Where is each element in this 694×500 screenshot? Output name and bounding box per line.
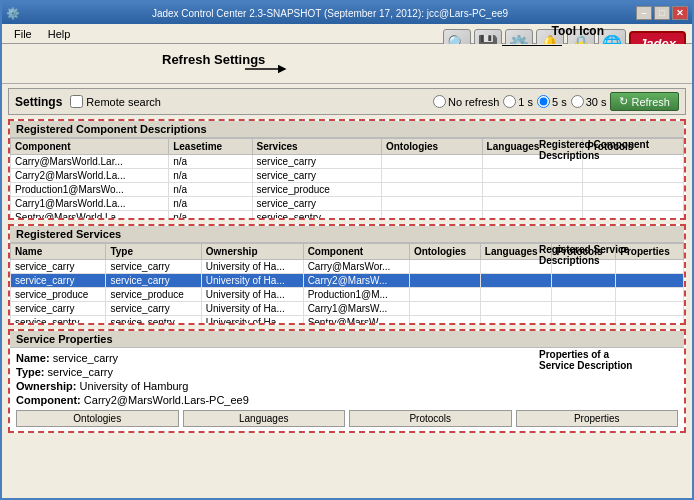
refresh-5s-option[interactable]: 5 s <box>537 95 567 108</box>
title-bar: ⚙️ Jadex Control Center 2.3-SNAPSHOT (Se… <box>2 2 692 24</box>
minimize-button[interactable]: – <box>636 6 652 20</box>
table-row[interactable]: Production1@MarsWo...n/aservice_produce <box>11 183 684 197</box>
remote-search-input[interactable] <box>70 95 83 108</box>
table-row[interactable]: Carry1@MarsWorld.La...n/aservice_carry <box>11 197 684 211</box>
close-button[interactable]: ✕ <box>672 6 688 20</box>
svc-col-ownership: Ownership <box>201 244 303 260</box>
service-properties-panel: Service Properties Name: service_carry T… <box>8 329 686 433</box>
service-properties-section: Service Properties Name: service_carry T… <box>8 329 686 433</box>
registered-services-panel: Registered Services Name Type Ownership … <box>8 224 686 325</box>
refresh-settings-annotation: Refresh Settings <box>162 52 265 67</box>
table-row[interactable]: service_sentryservice_sentryUniversity o… <box>11 316 684 324</box>
registered-components-section: Registered Component Descriptions Compon… <box>8 119 686 220</box>
table-row[interactable]: Carry2@MarsWorld.La...n/aservice_carry <box>11 169 684 183</box>
menu-file[interactable]: File <box>6 26 40 42</box>
window-title: Jadex Control Center 2.3-SNAPSHOT (Septe… <box>152 8 508 19</box>
svc-col-ontologies: Ontologies <box>409 244 480 260</box>
tab-ontologies[interactable]: Ontologies <box>16 410 179 427</box>
refresh-button[interactable]: ↻ Refresh <box>610 92 679 111</box>
tab-protocols[interactable]: Protocols <box>349 410 512 427</box>
svc-col-component: Component <box>303 244 409 260</box>
no-refresh-option[interactable]: No refresh <box>433 95 499 108</box>
col-component: Component <box>11 139 169 155</box>
table-row[interactable]: Sentry@MarsWorld.La...n/aservice_sentry <box>11 211 684 219</box>
svc-col-type: Type <box>106 244 201 260</box>
svc-col-name: Name <box>11 244 106 260</box>
refresh-section: No refresh 1 s 5 s 30 s ↻ Refresh <box>433 92 679 111</box>
registered-components-annotation: Registered ComponentDescriptions <box>539 139 692 161</box>
settings-label: Settings <box>15 95 62 109</box>
prop-ownership-row: Ownership: University of Hamburg <box>16 380 678 392</box>
window-frame: ⚙️ Jadex Control Center 2.3-SNAPSHOT (Se… <box>0 0 694 500</box>
remote-search-label: Remote search <box>86 96 161 108</box>
tab-properties[interactable]: Properties <box>516 410 679 427</box>
remote-search-checkbox[interactable]: Remote search <box>70 95 161 108</box>
service-properties-annotation: Properties of aService Description <box>539 349 692 371</box>
col-leasetime: Leasetime <box>169 139 252 155</box>
main-content: Settings Remote search No refresh 1 s 5 <box>2 84 692 500</box>
title-bar-controls: – □ ✕ <box>636 6 688 20</box>
refresh-30s-option[interactable]: 30 s <box>571 95 607 108</box>
registered-services-title: Registered Services <box>10 226 684 243</box>
refresh-1s-option[interactable]: 1 s <box>503 95 533 108</box>
registered-services-annotation: Registered ServiceDescriptions <box>539 244 692 266</box>
col-ontologies: Ontologies <box>381 139 482 155</box>
menu-bar: File Help Tool Icon 🔍 💾 ⚙️ 🔔 🔒 🌐 Jadex <box>2 24 692 44</box>
tool-icon-annotation: Tool Icon <box>552 24 604 38</box>
maximize-button[interactable]: □ <box>654 6 670 20</box>
window-icon: ⚙️ <box>6 7 20 20</box>
table-row[interactable]: service_carryservice_carryUniversity of … <box>11 274 684 288</box>
service-tabs: Ontologies Languages Protocols Propertie… <box>16 410 678 427</box>
prop-component-row: Component: Carry2@MarsWorld.Lars-PC_ee9 <box>16 394 678 406</box>
menu-help[interactable]: Help <box>40 26 79 42</box>
table-row[interactable]: service_produceservice_produceUniversity… <box>11 288 684 302</box>
table-row[interactable]: service_carryservice_carryUniversity of … <box>11 302 684 316</box>
tab-languages[interactable]: Languages <box>183 410 346 427</box>
col-services: Services <box>252 139 381 155</box>
registered-components-title: Registered Component Descriptions <box>10 121 684 138</box>
registered-components-panel: Registered Component Descriptions Compon… <box>8 119 686 220</box>
settings-bar: Settings Remote search No refresh 1 s 5 <box>8 88 686 115</box>
service-properties-title: Service Properties <box>10 331 684 348</box>
registered-services-section: Registered Services Name Type Ownership … <box>8 224 686 325</box>
